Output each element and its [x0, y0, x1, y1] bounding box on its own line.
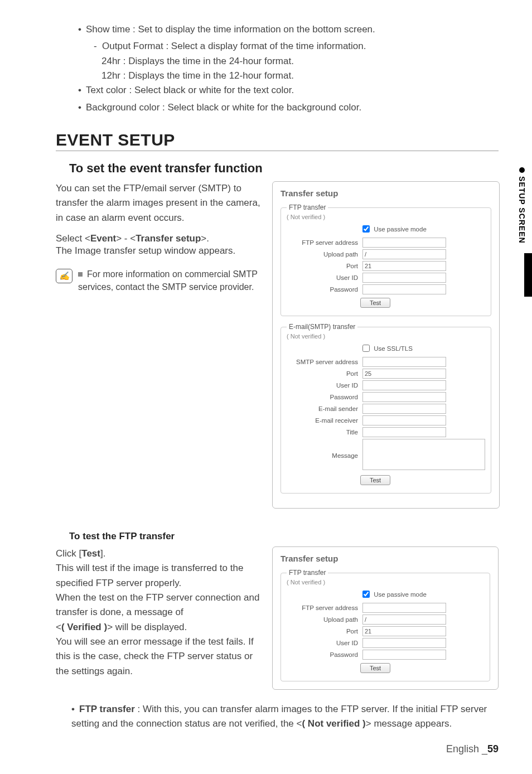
smtp-addr-input[interactable] — [362, 357, 446, 367]
bullet-text-color-text: Text color : Select black or white for t… — [86, 85, 294, 95]
test-p3a: When the test on the FTP server connecti… — [56, 592, 259, 617]
transfer-setup-panel-1: Transfer setup FTP transfer ( Not verifi… — [272, 181, 500, 509]
bullet-show-time: •Show time : Set to display the time inf… — [78, 22, 499, 37]
smtp-receiver-label: E-mail receiver — [287, 417, 362, 424]
footer-page: 59 — [487, 743, 499, 754]
panel1-title: Transfer setup — [280, 188, 491, 198]
smtp-port-input[interactable] — [362, 369, 446, 379]
subsection-title: To set the event transfer function — [69, 161, 499, 176]
ftp-addr-input-1[interactable] — [362, 238, 446, 248]
bullet-bg-color-text: Background color : Select black or white… — [86, 102, 361, 113]
top-bullet-list: •Show time : Set to display the time inf… — [78, 22, 499, 115]
ftp-legend-2: FTP transfer — [287, 569, 328, 577]
bullet-show-time-text: Show time : Set to display the time info… — [86, 24, 375, 35]
side-tab: SETUP SCREEN — [512, 167, 532, 244]
ftp-port-label-1: Port — [287, 263, 362, 269]
test-p3b-bold: ( Verified ) — [61, 622, 107, 632]
page-footer: English _59 — [446, 743, 499, 755]
ftp-transfer-bullet: •FTP transfer : With this, you can trans… — [71, 702, 499, 732]
ftp-user-label-2: User ID — [287, 640, 362, 646]
note-text-wrap: For more information on commercial SMTP … — [78, 268, 262, 293]
sub-24hr: 24hr : Displays the time in the 24-hour … — [101, 54, 499, 69]
nav-event: Event — [90, 233, 116, 244]
bullet-text-color: •Text color : Select black or white for … — [78, 83, 499, 98]
ftp-status-1: ( Not verified ) — [287, 214, 485, 220]
smtp-receiver-input[interactable] — [362, 415, 446, 425]
ftp-pass-input-1[interactable] — [362, 284, 446, 294]
smtp-message-textarea[interactable] — [362, 439, 485, 470]
note-text: For more information on commercial SMTP … — [78, 269, 258, 292]
nav-mid: > - < — [116, 233, 136, 244]
smtp-sender-input[interactable] — [362, 404, 446, 414]
smtp-ssl-label: Use SSL/TLS — [374, 345, 413, 352]
panel2-title: Transfer setup — [280, 554, 490, 563]
side-label: SETUP SCREEN — [518, 176, 526, 244]
smtp-addr-label: SMTP server address — [287, 359, 362, 365]
smtp-user-input[interactable] — [362, 380, 446, 390]
smtp-title-label: Title — [287, 429, 362, 436]
transfer-setup-panel-2: Transfer setup FTP transfer ( Not verifi… — [272, 546, 499, 690]
ftp-user-label-1: User ID — [287, 274, 362, 281]
sub-output-format-text: Output Format : Select a display format … — [102, 41, 366, 51]
footer-lang: English — [446, 743, 479, 754]
ftp-transfer-group-1: FTP transfer ( Not verified ) Use passiv… — [280, 204, 491, 316]
nav-transfer-setup: Transfer setup — [136, 233, 201, 244]
nav-line-2: The Image transfer setup window appears. — [56, 245, 262, 257]
ftp-bullet-end: > message appears. — [366, 718, 452, 729]
ftp-addr-input-2[interactable] — [362, 603, 446, 613]
test-click-btn: Test — [81, 548, 100, 559]
smtp-pass-input[interactable] — [362, 392, 446, 402]
test-body: Click [Test]. This will test if the imag… — [56, 546, 262, 679]
ftp-user-input-1[interactable] — [362, 273, 446, 283]
ftp-status-2: ( Not verified ) — [287, 579, 484, 586]
test-p3b-pre: < — [56, 622, 61, 632]
ftp-pass-label-2: Password — [287, 651, 362, 658]
smtp-user-label: User ID — [287, 382, 362, 389]
ftp-addr-label-2: FTP server address — [287, 604, 362, 611]
ftp-passive-checkbox-1[interactable] — [362, 225, 370, 233]
ftp-upload-input-1[interactable] — [362, 249, 446, 259]
ftp-passive-label-1: Use passive mode — [374, 226, 427, 233]
ftp-passive-row-1: Use passive mode — [360, 224, 485, 234]
note-icon: ✍ — [56, 269, 72, 283]
smtp-sender-label: E-mail sender — [287, 405, 362, 412]
smtp-title-input[interactable] — [362, 427, 446, 437]
smtp-ssl-row: Use SSL/TLS — [360, 343, 485, 354]
test-ftp-heading: To test the FTP transfer — [69, 531, 499, 542]
ftp-upload-label-1: Upload path — [287, 251, 362, 258]
smtp-message-label: Message — [287, 452, 362, 459]
ftp-legend-1: FTP transfer — [287, 204, 328, 211]
intro-paragraph: You can set the FTP/email server (SMTP) … — [56, 181, 262, 225]
ftp-passive-checkbox-2[interactable] — [362, 591, 370, 598]
test-p4: You will see an error message if the tes… — [56, 636, 254, 676]
nav-prefix: Select < — [56, 233, 90, 244]
ftp-bullet-bold: FTP transfer — [79, 704, 135, 714]
ftp-passive-row-2: Use passive mode — [360, 589, 484, 599]
ftp-pass-input-2[interactable] — [362, 650, 446, 660]
ftp-test-button-2[interactable]: Test — [360, 663, 390, 673]
ftp-bullet-nv: ( Not verified ) — [302, 718, 365, 729]
ftp-passive-label-2: Use passive mode — [374, 591, 427, 598]
test-p2: This will test if the image is transferr… — [56, 563, 243, 588]
ftp-pass-label-1: Password — [287, 286, 362, 293]
test-click-post: ]. — [100, 548, 105, 559]
smtp-test-button[interactable]: Test — [360, 475, 390, 485]
smtp-pass-label: Password — [287, 394, 362, 400]
side-dot-icon — [519, 167, 525, 173]
ftp-port-input-1[interactable] — [362, 261, 446, 271]
nav-line: Select <Event> - <Transfer setup>. — [56, 233, 262, 244]
ftp-upload-input-2[interactable] — [362, 615, 446, 625]
side-black-bar — [524, 253, 532, 297]
sub-output-format: - Output Format : Select a display forma… — [94, 39, 499, 54]
ftp-port-input-2[interactable] — [362, 626, 446, 636]
smtp-legend: E-mail(SMTP) transfer — [287, 323, 357, 331]
ftp-test-button-1[interactable]: Test — [360, 298, 390, 308]
section-title: EVENT SETUP — [56, 130, 499, 151]
test-p3b-post: > will be displayed. — [107, 622, 187, 632]
ftp-addr-label-1: FTP server address — [287, 239, 362, 246]
note-row: ✍ For more information on commercial SMT… — [56, 268, 262, 293]
test-click-pre: Click [ — [56, 548, 81, 559]
ftp-upload-label-2: Upload path — [287, 616, 362, 623]
smtp-ssl-checkbox[interactable] — [362, 345, 370, 352]
ftp-user-input-2[interactable] — [362, 638, 446, 648]
